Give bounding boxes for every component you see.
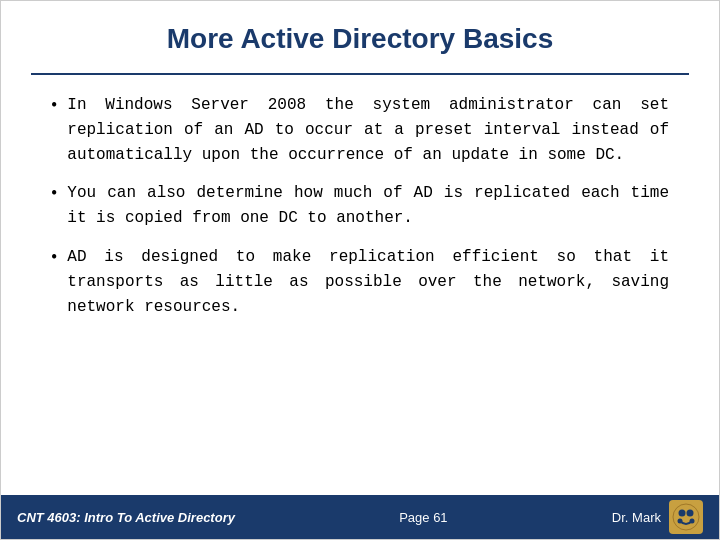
footer-right-section: Dr. Mark [612,500,703,534]
footer-logo [669,500,703,534]
list-item: • You can also determine how much of AD … [51,181,669,231]
svg-point-3 [677,519,682,524]
slide-content: • In Windows Server 2008 the system admi… [1,83,719,495]
slide-footer: CNT 4603: Intro To Active Directory Page… [1,495,719,539]
bullet-text-1: In Windows Server 2008 the system admini… [67,93,669,167]
svg-point-4 [689,519,694,524]
svg-point-2 [686,510,693,517]
bullet-text-3: AD is designed to make replication effic… [67,245,669,319]
list-item: • AD is designed to make replication eff… [51,245,669,319]
svg-point-1 [678,510,685,517]
bullet-icon: • [51,247,57,268]
slide-title: More Active Directory Basics [1,1,719,73]
bullet-text-2: You can also determine how much of AD is… [67,181,669,231]
title-divider [31,73,689,75]
footer-author-name: Dr. Mark [612,510,661,525]
slide-container: More Active Directory Basics • In Window… [0,0,720,540]
footer-page-number: Page 61 [399,510,447,525]
bullet-icon: • [51,95,57,116]
svg-point-0 [673,504,699,530]
bullet-icon: • [51,183,57,204]
footer-course-name: CNT 4603: Intro To Active Directory [17,510,235,525]
list-item: • In Windows Server 2008 the system admi… [51,93,669,167]
